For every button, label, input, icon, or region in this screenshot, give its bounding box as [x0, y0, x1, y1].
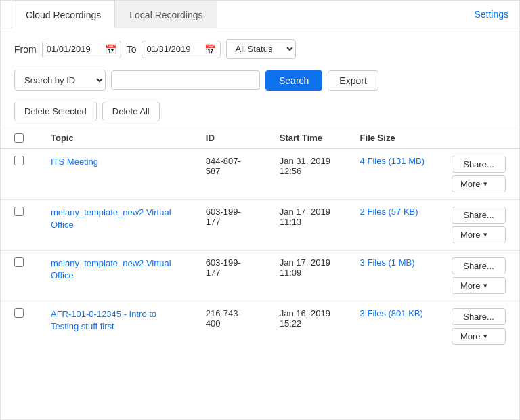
- row-topic-1: melany_template_new2 Virtual Office: [37, 200, 192, 251]
- topic-link-3[interactable]: AFR-101-0-12345 - Intro to Testing stuff…: [51, 309, 156, 331]
- row-start-0: Jan 31, 201912:56: [266, 149, 347, 200]
- row-checkbox-cell-3: [1, 301, 37, 352]
- from-label: From: [14, 44, 37, 55]
- th-check: [1, 127, 37, 149]
- more-button-0[interactable]: More: [452, 175, 506, 192]
- search-row: Search by ID Search by Topic Search by H…: [1, 64, 519, 99]
- actions-cell-0: Share... More: [452, 156, 506, 192]
- row-checkbox-cell-0: [1, 149, 37, 200]
- row-start-3: Jan 16, 201915:22: [266, 301, 347, 352]
- th-start-time: Start Time: [266, 127, 347, 149]
- to-date-input[interactable]: [146, 44, 202, 54]
- more-button-1[interactable]: More: [452, 226, 506, 243]
- row-actions-3: Share... More: [438, 301, 519, 352]
- row-file-size-1: 2 Files (57 KB): [347, 200, 438, 251]
- row-topic-0: ITS Meeting: [37, 149, 192, 200]
- file-link-1[interactable]: 2 Files (57 KB): [360, 207, 418, 217]
- topic-link-1[interactable]: melany_template_new2 Virtual Office: [51, 207, 171, 230]
- search-type-select[interactable]: Search by ID Search by Topic Search by H…: [14, 70, 106, 91]
- row-id-0: 844-807-587: [192, 149, 266, 200]
- row-checkbox-1[interactable]: [14, 207, 24, 216]
- share-button-2[interactable]: Share...: [452, 257, 506, 274]
- row-checkbox-cell-1: [1, 200, 37, 251]
- row-start-2: Jan 17, 201911:09: [266, 251, 347, 301]
- row-start-1: Jan 17, 201911:13: [266, 200, 347, 251]
- th-topic: Topic: [37, 127, 192, 149]
- to-label: To: [127, 44, 137, 55]
- search-button[interactable]: Search: [265, 70, 322, 91]
- file-link-0[interactable]: 4 Files (131 MB): [360, 156, 425, 166]
- table-row: ITS Meeting 844-807-587 Jan 31, 201912:5…: [1, 149, 519, 200]
- row-checkbox-0[interactable]: [14, 156, 24, 165]
- export-button[interactable]: Export: [328, 70, 378, 91]
- row-topic-2: melany_template_new2 Virtual Office: [37, 251, 192, 301]
- table-row: AFR-101-0-12345 - Intro to Testing stuff…: [1, 301, 519, 352]
- share-button-3[interactable]: Share...: [452, 308, 506, 325]
- row-file-size-3: 3 Files (801 KB): [347, 301, 438, 352]
- row-checkbox-2[interactable]: [14, 257, 24, 267]
- filters-row: From 📅 To 📅 All Status Completed Process…: [1, 28, 519, 64]
- more-button-3[interactable]: More: [452, 328, 506, 345]
- topic-link-2[interactable]: melany_template_new2 Virtual Office: [51, 258, 171, 280]
- delete-selected-button[interactable]: Delete Selected: [14, 102, 97, 121]
- table-row: melany_template_new2 Virtual Office 603-…: [1, 200, 519, 251]
- table-row: melany_template_new2 Virtual Office 603-…: [1, 251, 519, 301]
- status-select[interactable]: All Status Completed Processing: [226, 39, 296, 59]
- more-button-2[interactable]: More: [452, 277, 506, 294]
- actions-cell-2: Share... More: [452, 257, 506, 294]
- from-calendar-icon[interactable]: 📅: [105, 44, 116, 55]
- row-checkbox-3[interactable]: [14, 308, 24, 318]
- row-file-size-0: 4 Files (131 MB): [347, 149, 438, 200]
- row-actions-0: Share... More: [438, 149, 519, 200]
- row-actions-2: Share... More: [438, 251, 519, 301]
- recordings-table: Topic ID Start Time File Size ITS Meetin…: [1, 127, 519, 352]
- file-link-3[interactable]: 3 Files (801 KB): [360, 308, 423, 318]
- from-date-wrap: 📅: [42, 41, 121, 58]
- row-file-size-2: 3 Files (1 MB): [347, 251, 438, 301]
- th-id: ID: [192, 127, 266, 149]
- row-checkbox-cell-2: [1, 251, 37, 301]
- file-link-2[interactable]: 3 Files (1 MB): [360, 257, 415, 268]
- row-id-2: 603-199-177: [192, 251, 266, 301]
- action-row: Delete Selected Delete All: [1, 99, 519, 127]
- tab-local[interactable]: Local Recordings: [115, 1, 217, 28]
- th-actions: [438, 127, 519, 149]
- tab-cloud[interactable]: Cloud Recordings: [12, 1, 115, 28]
- select-all-checkbox[interactable]: [14, 133, 24, 143]
- actions-cell-3: Share... More: [452, 308, 506, 345]
- th-file-size: File Size: [347, 127, 438, 149]
- delete-all-button[interactable]: Delete All: [102, 102, 160, 121]
- from-date-input[interactable]: [47, 44, 102, 54]
- app-container: Cloud Recordings Local Recordings Settin…: [0, 0, 520, 420]
- row-id-1: 603-199-177: [192, 200, 266, 251]
- row-topic-3: AFR-101-0-12345 - Intro to Testing stuff…: [37, 301, 192, 352]
- settings-link[interactable]: Settings: [474, 1, 508, 28]
- topic-link-0[interactable]: ITS Meeting: [51, 156, 98, 167]
- actions-cell-1: Share... More: [452, 207, 506, 243]
- row-id-3: 216-743-400: [192, 301, 266, 352]
- to-date-wrap: 📅: [142, 41, 221, 58]
- search-input[interactable]: [111, 70, 260, 90]
- to-calendar-icon[interactable]: 📅: [204, 44, 216, 55]
- row-actions-1: Share... More: [438, 200, 519, 251]
- share-button-0[interactable]: Share...: [452, 156, 506, 173]
- tabs-bar: Cloud Recordings Local Recordings Settin…: [1, 1, 519, 28]
- share-button-1[interactable]: Share...: [452, 207, 506, 224]
